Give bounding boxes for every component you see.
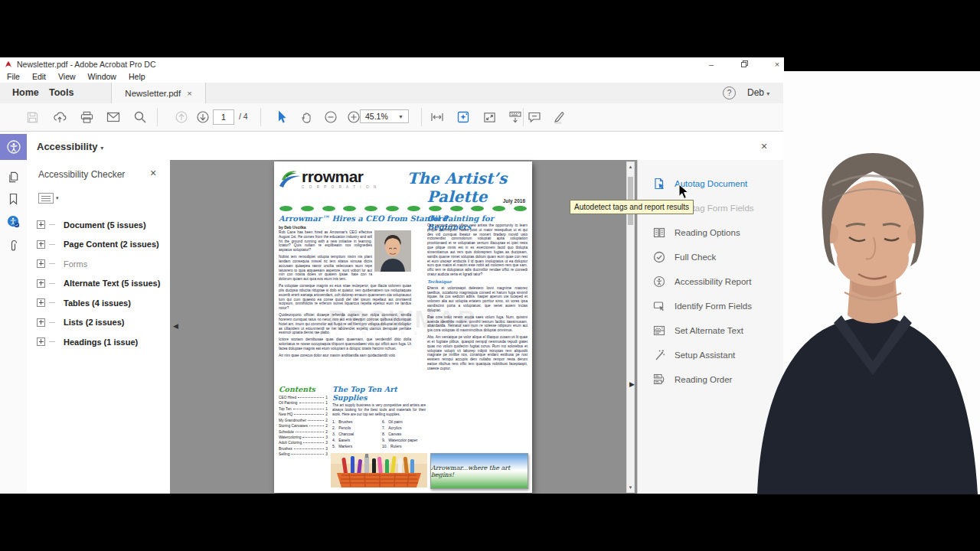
- page-number-input[interactable]: 1: [213, 109, 234, 125]
- close-button[interactable]: ×: [772, 60, 782, 69]
- enhance-scans-icon[interactable]: [456, 110, 470, 124]
- article-left-title: Arrowmar™ Hires a CEO from Stanford: [279, 214, 447, 223]
- checker-item-tables[interactable]: Tables (4 issues): [27, 293, 170, 313]
- title-bar: Newsletter.pdf - Adobe Acrobat Pro DC – …: [0, 57, 784, 70]
- presenter: [746, 115, 980, 494]
- zoom-in-icon[interactable]: [347, 110, 361, 124]
- print-icon[interactable]: [80, 110, 93, 124]
- acrobat-logo-icon: [5, 60, 12, 68]
- menu-window[interactable]: Window: [82, 72, 122, 81]
- select-tool-icon[interactable]: [275, 110, 289, 124]
- accessibility-report-icon: [653, 276, 665, 288]
- tab-document[interactable]: Newsletter.pdf ×: [111, 83, 206, 103]
- collapse-right-pane-icon[interactable]: ▶: [629, 380, 635, 388]
- email-icon[interactable]: [106, 110, 120, 124]
- fit-width-icon[interactable]: [430, 110, 444, 124]
- expand-icon[interactable]: [37, 240, 45, 249]
- ceo-photo: [374, 230, 411, 272]
- chevron-down-icon: ▾: [766, 90, 769, 97]
- menu-help[interactable]: Help: [122, 72, 152, 81]
- tab-close-icon[interactable]: ×: [187, 89, 191, 98]
- article-right-body: Our painting class offers new artists th…: [427, 223, 528, 373]
- scroll-down-icon[interactable]: ▼: [627, 485, 634, 490]
- mouse-cursor: [678, 184, 690, 200]
- checker-options-button[interactable]: ▾: [38, 193, 59, 204]
- panel-title: Accessibility ▾: [37, 141, 103, 152]
- collapse-left-pane-icon[interactable]: ◀: [173, 322, 178, 330]
- reading-options-icon: [653, 227, 665, 239]
- contents-title: Contents: [279, 385, 328, 393]
- expand-icon[interactable]: [37, 337, 45, 346]
- identify-form-fields-icon: [653, 300, 665, 312]
- tab-home[interactable]: Home: [12, 87, 39, 98]
- logo-subtext: C O R P O R A T I O N: [302, 185, 378, 189]
- expand-icon[interactable]: [37, 298, 45, 307]
- document-view: ◀ RROWMAR C O R P O R A T I O N rrowmar …: [170, 160, 637, 494]
- hide-toolbar-icon[interactable]: [508, 110, 522, 124]
- checker-item-page-content[interactable]: Page Content (2 issues): [27, 235, 170, 255]
- share-cloud-icon[interactable]: [53, 110, 67, 124]
- zoom-level-select[interactable]: 45.1%▼: [360, 109, 409, 123]
- main-toolbar: 1 / 4 45.1%▼: [0, 103, 784, 132]
- tooltip: Autodetect tags and report results: [570, 200, 694, 214]
- newsletter-banner: Arrowmar...where the art begins!: [430, 453, 528, 489]
- window-title: Newsletter.pdf - Adobe Acrobat Pro DC: [17, 60, 156, 69]
- tab-tools[interactable]: Tools: [49, 87, 74, 98]
- scroll-up-icon[interactable]: ▲: [627, 165, 634, 169]
- checker-item-alternate-text[interactable]: Alternate Text (5 issues): [27, 274, 170, 294]
- setup-assistant-icon: [653, 349, 665, 361]
- accessibility-header: Accessibility ▾ ×: [0, 134, 784, 161]
- next-page-icon[interactable]: [196, 110, 210, 124]
- page-thumbnails-icon[interactable]: [7, 171, 20, 184]
- acrobat-window: Newsletter.pdf - Adobe Acrobat Pro DC – …: [0, 57, 784, 494]
- expand-icon[interactable]: [37, 318, 45, 327]
- logo-swoosh-icon: [279, 169, 302, 190]
- expand-icon[interactable]: [37, 259, 45, 268]
- menu-view[interactable]: View: [52, 72, 82, 81]
- reading-order-icon: [653, 373, 665, 386]
- options-list-icon: [38, 193, 54, 204]
- zoom-out-icon[interactable]: [324, 110, 338, 124]
- minimize-button[interactable]: –: [706, 60, 717, 69]
- full-check-icon: [653, 251, 665, 263]
- expand-icon[interactable]: [37, 279, 45, 288]
- art-supplies-photo: [331, 453, 427, 487]
- checker-item-headings[interactable]: Headings (1 issue): [27, 332, 170, 352]
- menu-bar: File Edit View Window Help: [0, 70, 784, 83]
- checker-title: Accessibility Checker: [38, 169, 125, 180]
- topten-box: The Top Ten Art Supplies The art supply …: [332, 385, 426, 449]
- search-icon[interactable]: [133, 110, 147, 124]
- newsletter-logo: rrowmar C O R P O R A T I O N: [279, 169, 378, 190]
- screen: Newsletter.pdf - Adobe Acrobat Pro DC – …: [0, 0, 980, 551]
- highlighter-icon[interactable]: [552, 110, 566, 124]
- previous-page-icon[interactable]: [175, 110, 188, 124]
- checker-close-icon[interactable]: ×: [150, 167, 156, 179]
- menu-edit[interactable]: Edit: [26, 72, 52, 81]
- accessibility-tool-icon: [0, 134, 27, 160]
- checker-item-document[interactable]: Document (5 issues): [27, 215, 170, 235]
- page-total: / 4: [239, 112, 248, 121]
- user-menu[interactable]: Deb ▾: [747, 87, 769, 98]
- help-icon[interactable]: ?: [723, 86, 736, 99]
- checker-item-forms[interactable]: Forms: [27, 254, 170, 274]
- technique-subhead: Technique: [427, 279, 528, 285]
- tab-row: Home Tools Newsletter.pdf × ? Deb ▾: [0, 83, 784, 104]
- newsletter-date: July 2016: [503, 198, 525, 204]
- chevron-down-icon: ▼: [398, 114, 403, 119]
- menu-file[interactable]: File: [0, 72, 26, 81]
- expand-icon[interactable]: [37, 220, 45, 229]
- chevron-down-icon[interactable]: ▾: [100, 145, 103, 152]
- fullscreen-icon[interactable]: [482, 110, 496, 124]
- logo-text: rrowmar: [302, 169, 378, 184]
- attachments-icon[interactable]: [7, 240, 20, 253]
- divider-dots: [279, 206, 527, 211]
- contents-box: Contents CEO Hired1 Oil Painting1 Top Te…: [279, 385, 328, 458]
- save-icon[interactable]: [25, 110, 39, 124]
- hand-tool-icon[interactable]: [299, 110, 313, 124]
- pdf-page[interactable]: RROWMAR C O R P O R A T I O N rrowmar C …: [274, 161, 532, 493]
- restore-button[interactable]: [739, 60, 750, 69]
- accessibility-checker-icon[interactable]: [7, 215, 20, 228]
- checker-item-lists[interactable]: Lists (2 issues): [27, 313, 170, 333]
- comment-icon[interactable]: [528, 110, 541, 124]
- bookmarks-icon[interactable]: [7, 192, 20, 205]
